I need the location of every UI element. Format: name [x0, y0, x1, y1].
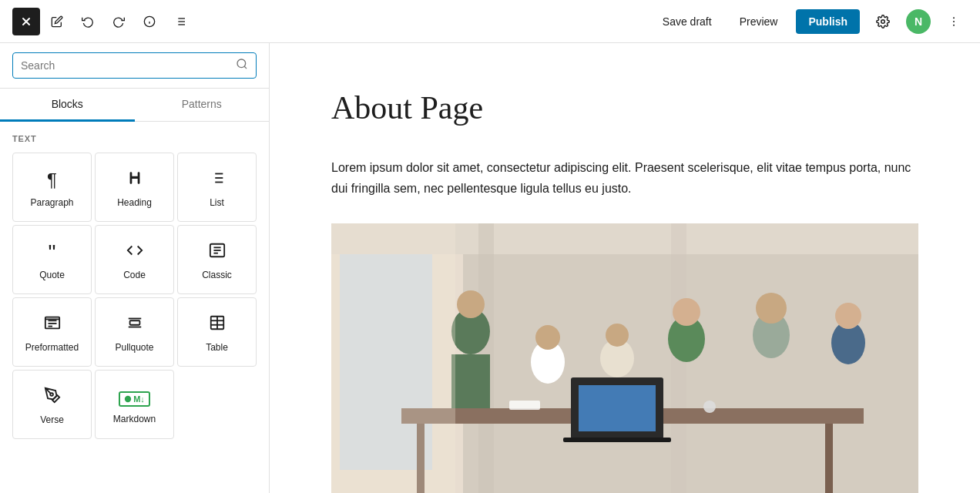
info-button[interactable] [136, 8, 163, 35]
block-item-classic[interactable]: Classic [177, 225, 257, 294]
tab-blocks[interactable]: Blocks [0, 89, 135, 122]
block-item-pullquote[interactable]: Pullquote [95, 297, 174, 367]
toolbar: Save draft Preview Publish N [0, 0, 980, 43]
block-item-list[interactable]: List [177, 153, 257, 222]
undo-button[interactable] [74, 8, 102, 35]
verse-icon [44, 387, 61, 408]
toolbar-left [12, 8, 194, 35]
redo-icon [112, 15, 125, 28]
content-image-svg [331, 223, 918, 493]
toolbar-right: Save draft Preview Publish N [653, 8, 968, 35]
undo-icon [82, 15, 94, 28]
block-label-preformatted: Preformatted [25, 342, 79, 353]
svg-rect-66 [331, 223, 455, 493]
svg-rect-32 [129, 320, 139, 325]
tab-patterns[interactable]: Patterns [135, 89, 270, 122]
block-label-code: Code [123, 270, 146, 280]
block-label-classic: Classic [202, 270, 232, 280]
svg-point-65 [703, 401, 716, 413]
more-options-button[interactable] [940, 8, 968, 35]
svg-point-61 [756, 293, 787, 324]
paragraph-icon: ¶ [47, 169, 57, 191]
sidebar: Blocks Patterns TEXT ¶ Paragraph [0, 43, 270, 493]
pullquote-icon [126, 314, 143, 336]
svg-point-57 [606, 324, 629, 347]
svg-rect-53 [451, 354, 490, 408]
block-label-table: Table [206, 342, 228, 353]
avatar: N [906, 9, 931, 34]
svg-point-10 [953, 17, 955, 18]
main-layout: Blocks Patterns TEXT ¶ Paragraph [0, 43, 980, 493]
svg-point-55 [535, 325, 560, 350]
block-label-paragraph: Paragraph [30, 197, 73, 208]
svg-rect-50 [579, 385, 656, 431]
content-image [331, 223, 918, 493]
block-label-markdown: Markdown [113, 414, 156, 424]
block-item-preformatted[interactable]: Preformatted [12, 297, 92, 367]
block-item-markdown[interactable]: M↓ Markdown [95, 370, 174, 439]
code-icon [126, 242, 143, 263]
page-body: Lorem ipsum dolor sit amet, consectetur … [331, 157, 918, 199]
svg-point-37 [50, 393, 53, 396]
svg-point-52 [457, 290, 485, 318]
close-button[interactable] [12, 8, 40, 35]
svg-rect-47 [825, 424, 833, 493]
block-item-verse[interactable]: Verse [12, 370, 92, 439]
search-box[interactable] [12, 52, 257, 79]
svg-point-13 [237, 59, 246, 68]
preview-button[interactable]: Preview [730, 11, 787, 32]
block-label-pullquote: Pullquote [115, 342, 153, 353]
tabs: Blocks Patterns [0, 89, 269, 122]
section-label-text: TEXT [12, 134, 257, 143]
svg-point-9 [881, 19, 885, 23]
block-label-list: List [210, 197, 224, 208]
svg-point-12 [953, 24, 955, 25]
block-label-heading: Heading [117, 197, 152, 208]
block-label-quote: Quote [39, 270, 65, 280]
block-item-quote[interactable]: " Quote [12, 225, 92, 294]
search-input[interactable] [21, 59, 236, 72]
redo-button[interactable] [105, 8, 133, 35]
list-view-button[interactable] [166, 8, 194, 35]
save-draft-button[interactable]: Save draft [653, 11, 721, 32]
svg-point-63 [835, 303, 861, 329]
heading-icon [126, 169, 143, 191]
search-icon [236, 58, 248, 73]
block-item-table[interactable]: Table [177, 297, 257, 367]
more-options-icon [948, 15, 960, 28]
table-icon [209, 314, 226, 336]
pencil-icon [51, 15, 63, 28]
list-view-icon [174, 15, 186, 28]
svg-line-14 [244, 66, 247, 69]
markdown-icon: M↓ [119, 387, 150, 407]
preformatted-icon [44, 314, 61, 336]
block-item-code[interactable]: Code [95, 225, 174, 294]
publish-button[interactable]: Publish [796, 9, 860, 34]
svg-rect-64 [509, 401, 540, 410]
block-label-verse: Verse [40, 414, 64, 425]
close-icon [20, 15, 32, 28]
classic-icon [209, 242, 226, 263]
blocks-area: TEXT ¶ Paragraph Heading [0, 122, 269, 470]
info-icon [143, 15, 156, 28]
page-title: About Page [331, 89, 918, 126]
quote-icon: " [49, 242, 56, 263]
block-item-paragraph[interactable]: ¶ Paragraph [12, 153, 92, 222]
edit-button[interactable] [43, 8, 71, 35]
svg-rect-49 [563, 438, 671, 442]
svg-point-59 [673, 298, 700, 326]
gear-icon [876, 15, 890, 29]
search-area [0, 43, 269, 89]
block-item-heading[interactable]: Heading [95, 153, 174, 222]
blocks-grid: ¶ Paragraph Heading [12, 153, 257, 439]
content-area: About Page Lorem ipsum dolor sit amet, c… [270, 43, 980, 493]
list-icon [209, 169, 226, 191]
settings-button[interactable] [869, 8, 897, 35]
svg-point-38 [125, 396, 131, 402]
svg-point-11 [953, 21, 955, 22]
